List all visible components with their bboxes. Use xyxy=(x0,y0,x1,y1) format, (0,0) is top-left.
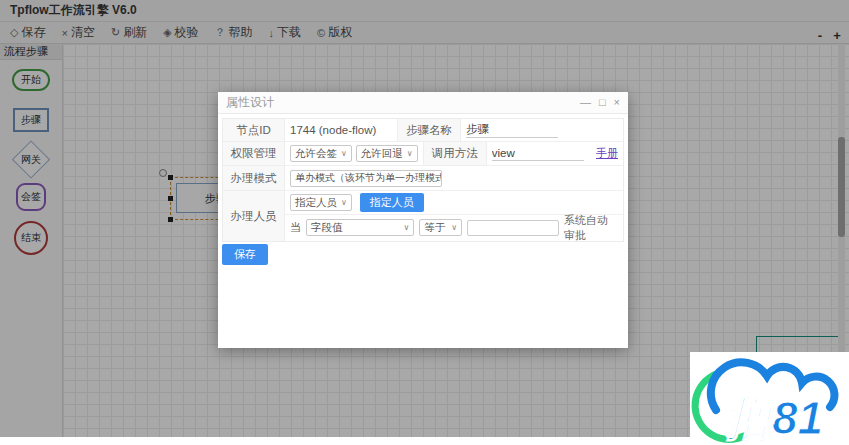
step-name-input[interactable] xyxy=(466,123,558,138)
dialog-header: 属性设计 — □ × xyxy=(218,92,628,114)
chevron-down-icon: ∨ xyxy=(451,223,457,232)
mode-select-value: 单办模式（该环节为单一办理模式） xyxy=(295,171,442,185)
minimize-icon[interactable]: — xyxy=(580,97,591,108)
rule-field-value: 字段值 xyxy=(311,221,343,235)
rule-operator-select[interactable]: 等于 ∨ xyxy=(419,219,462,236)
close-icon[interactable]: × xyxy=(614,97,620,108)
chevron-down-icon: ∨ xyxy=(407,149,413,158)
auto-approve-rule: 当 字段值 ∨ 等于 ∨ 系统自动审批 xyxy=(285,215,623,240)
chevron-down-icon: ∨ xyxy=(403,223,409,232)
pick-users-button[interactable]: 指定人员 xyxy=(360,193,424,212)
handler-type-select[interactable]: 指定人员 ∨ xyxy=(290,194,352,211)
rule-prefix: 当 xyxy=(290,220,301,235)
countersign-select-value: 允许会签 xyxy=(295,147,337,161)
chevron-down-icon: ∨ xyxy=(341,198,347,207)
form-row-mode: 办理模式 单办模式（该环节为单一办理模式） ∨ xyxy=(223,166,623,191)
dialog-save-button[interactable]: 保存 xyxy=(222,244,268,265)
handler-label: 办理人员 xyxy=(223,191,285,241)
handler-line-select: 指定人员 ∨ 指定人员 xyxy=(285,191,623,215)
chevron-down-icon: ∨ xyxy=(341,149,347,158)
watermark-text: 撸81 xyxy=(725,392,823,444)
step-name-label: 步骤名称 xyxy=(397,119,461,141)
handler-type-value: 指定人员 xyxy=(295,196,337,210)
rule-value-input[interactable] xyxy=(467,220,559,236)
form-row-handlers: 办理人员 指定人员 ∨ 指定人员 当 字段值 ∨ xyxy=(223,191,623,241)
form-row-node-id: 节点ID 1744 (node-flow) 步骤名称 xyxy=(223,119,623,142)
dialog-title: 属性设计 xyxy=(226,94,572,111)
cloud-logo-icon: 撸81 xyxy=(690,352,849,445)
method-label: 调用方法 xyxy=(423,142,487,165)
form-row-permission: 权限管理 允许会签 ∨ 允许回退 ∨ 调用方法 手册 xyxy=(223,142,623,166)
rollback-select-value: 允许回退 xyxy=(361,147,403,161)
method-input[interactable] xyxy=(492,146,584,161)
node-id-label: 节点ID xyxy=(223,119,285,141)
rule-suffix: 系统自动审批 xyxy=(564,213,618,243)
manual-link[interactable]: 手册 xyxy=(596,146,618,161)
property-dialog: 属性设计 — □ × 节点ID 1744 (node-flow) 步骤名称 权限… xyxy=(218,92,628,348)
maximize-icon[interactable]: □ xyxy=(599,97,606,108)
app-window: Tpflow工作流引擎 V6.0 ◇ 保存 × 清空 ↻ 刷新 ◈ 校验 ？ 帮… xyxy=(0,0,849,445)
permission-label: 权限管理 xyxy=(223,142,285,165)
site-watermark: 撸81 xyxy=(690,352,849,445)
countersign-select[interactable]: 允许会签 ∨ xyxy=(290,145,352,162)
property-form: 节点ID 1744 (node-flow) 步骤名称 权限管理 允许会签 ∨ 允… xyxy=(222,118,624,242)
node-id-value: 1744 (node-flow) xyxy=(285,119,397,141)
rule-operator-value: 等于 xyxy=(424,221,445,235)
rollback-select[interactable]: 允许回退 ∨ xyxy=(356,145,418,162)
rule-field-select[interactable]: 字段值 ∨ xyxy=(306,219,414,236)
mode-select[interactable]: 单办模式（该环节为单一办理模式） ∨ xyxy=(290,170,442,187)
mode-label: 办理模式 xyxy=(223,166,285,190)
